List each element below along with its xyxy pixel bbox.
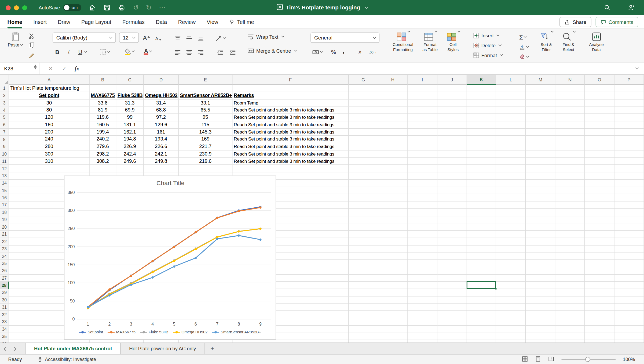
cell-H21[interactable] (378, 231, 408, 238)
cell-J14[interactable] (437, 179, 467, 187)
row-header-34[interactable]: 34 (0, 326, 9, 333)
cell-J35[interactable] (437, 333, 467, 340)
document-title-menu[interactable]: Tim's Hotplate temp logging (276, 0, 367, 15)
cell-J6[interactable] (437, 121, 467, 128)
accounting-format-button[interactable] (312, 47, 322, 56)
next-sheet-button[interactable] (10, 343, 20, 355)
cell-J11[interactable] (437, 158, 467, 165)
cell-I24[interactable] (408, 253, 437, 260)
cell-C1[interactable] (116, 85, 144, 92)
cell-F5[interactable]: Reach Set point and stable 3 min to take… (232, 114, 349, 121)
increase-indent-button[interactable] (229, 48, 236, 57)
cell-M34[interactable] (526, 326, 555, 333)
cell-D10[interactable]: 242.1 (144, 150, 179, 158)
row-header-5[interactable]: 5 (0, 114, 9, 121)
cell-J27[interactable] (437, 275, 467, 282)
cell-M16[interactable] (526, 194, 555, 201)
accessibility-status[interactable]: Accessibility: Investigate (38, 357, 96, 362)
row-header-15[interactable]: 15 (0, 187, 9, 194)
cell-K16[interactable] (467, 194, 496, 201)
delete-cells-button[interactable]: Delete (473, 42, 501, 49)
row-header-24[interactable]: 24 (0, 253, 9, 260)
cell-N21[interactable] (555, 231, 585, 238)
cell-A2[interactable]: Set point (9, 92, 90, 99)
cell-L4[interactable] (496, 107, 526, 114)
cell-L14[interactable] (496, 179, 526, 187)
increase-font-size-button[interactable]: A (143, 33, 150, 42)
cell-E12[interactable] (179, 165, 233, 172)
cell-L32[interactable] (496, 311, 526, 318)
underline-button[interactable]: U (77, 47, 87, 56)
cell-K18[interactable] (467, 209, 496, 216)
cell-N17[interactable] (555, 201, 585, 209)
cell-N3[interactable] (555, 99, 585, 107)
cell-P13[interactable] (614, 172, 644, 179)
align-left-button[interactable] (174, 48, 181, 57)
orientation-button[interactable] (215, 34, 225, 43)
cell-B2[interactable]: MAX66775 (90, 92, 116, 99)
cell-J36[interactable] (437, 340, 467, 343)
cell-H6[interactable] (378, 121, 408, 128)
cell-N27[interactable] (555, 275, 585, 282)
cell-J29[interactable] (437, 289, 467, 296)
cell-I8[interactable] (408, 136, 437, 143)
cell-I29[interactable] (408, 289, 437, 296)
cell-N30[interactable] (555, 296, 585, 304)
cell-H22[interactable] (378, 238, 408, 245)
insert-cells-button[interactable]: Insert (473, 33, 499, 39)
cell-P16[interactable] (614, 194, 644, 201)
cell-G28[interactable] (349, 282, 378, 289)
ribbon-tab-data[interactable]: Data (156, 19, 167, 25)
cell-E7[interactable]: 145.3 (179, 128, 233, 136)
cell-O13[interactable] (585, 172, 614, 179)
cell-H27[interactable] (378, 275, 408, 282)
undo-icon[interactable]: ↺ (133, 4, 139, 11)
cell-N2[interactable] (555, 92, 585, 99)
cell-J26[interactable] (437, 267, 467, 275)
row-header-9[interactable]: 9 (0, 143, 9, 150)
cell-P18[interactable] (614, 209, 644, 216)
cell-P1[interactable] (614, 85, 644, 92)
cell-N16[interactable] (555, 194, 585, 201)
cell-P25[interactable] (614, 260, 644, 267)
cell-M25[interactable] (526, 260, 555, 267)
cell-G30[interactable] (349, 296, 378, 304)
row-header-20[interactable]: 20 (0, 224, 9, 231)
sheet-tab[interactable]: Hot Plate power on by AC only (120, 343, 204, 355)
cell-C5[interactable]: 99 (116, 114, 144, 121)
cell-L2[interactable] (496, 92, 526, 99)
cell-I6[interactable] (408, 121, 437, 128)
cell-G15[interactable] (349, 187, 378, 194)
cell-F36[interactable] (232, 340, 349, 343)
increase-decimal-button[interactable]: ←.0 (355, 48, 361, 57)
cell-I32[interactable] (408, 311, 437, 318)
cell-P10[interactable] (614, 150, 644, 158)
cell-H9[interactable] (378, 143, 408, 150)
cell-I36[interactable] (408, 340, 437, 343)
column-header-D[interactable]: D (144, 75, 179, 85)
cell-E2[interactable]: SmartSensor AR852B+ (179, 92, 233, 99)
cell-I28[interactable] (408, 282, 437, 289)
cell-M26[interactable] (526, 267, 555, 275)
format-cells-button[interactable]: Format (473, 52, 502, 58)
cell-F11[interactable]: Reach Set point and stable 3 min to take… (232, 158, 349, 165)
fill-handle[interactable] (495, 288, 497, 290)
cell-L31[interactable] (496, 304, 526, 311)
cell-I16[interactable] (408, 194, 437, 201)
cell-G25[interactable] (349, 260, 378, 267)
cell-G10[interactable] (349, 150, 378, 158)
cell-C10[interactable]: 242.4 (116, 150, 144, 158)
cell-N29[interactable] (555, 289, 585, 296)
search-icon[interactable] (603, 3, 611, 12)
autosum-button[interactable]: Σ (519, 33, 526, 42)
home-icon[interactable] (88, 3, 96, 12)
cell-O22[interactable] (585, 238, 614, 245)
close-window-button[interactable] (6, 5, 10, 10)
cell-K32[interactable] (467, 311, 496, 318)
cell-M7[interactable] (526, 128, 555, 136)
row-header-17[interactable]: 17 (0, 201, 9, 209)
cell-O31[interactable] (585, 304, 614, 311)
cell-N26[interactable] (555, 267, 585, 275)
cell-F4[interactable]: Reach Set point and stable 3 min to take… (232, 107, 349, 114)
cell-P19[interactable] (614, 216, 644, 223)
